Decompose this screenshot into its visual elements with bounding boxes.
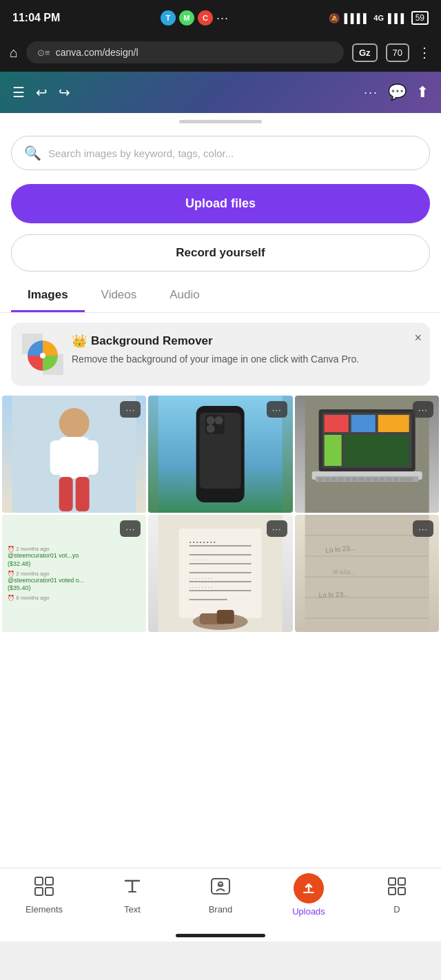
svg-text:Lo lo 23...: Lo lo 23... xyxy=(318,590,349,599)
app-icons: T M C ··· xyxy=(161,10,229,25)
image-cell-surface: Lo lo 23... al-a2a... Lo lo 23... ··· xyxy=(295,515,439,632)
svg-text:• • • • • • • •: • • • • • • • • xyxy=(189,539,216,545)
background-remover-banner: 👑 Background Remover Remove the backgrou… xyxy=(11,323,430,386)
nav-item-elements[interactable]: Elements xyxy=(0,876,88,915)
svg-rect-10 xyxy=(59,477,73,511)
share-icon[interactable]: ⬆ xyxy=(416,83,429,101)
tab-audio[interactable]: Audio xyxy=(153,278,216,312)
nav-more-dots[interactable]: ··· xyxy=(364,85,378,100)
search-bar[interactable]: 🔍 Search images by keyword, tags, color.… xyxy=(11,136,430,170)
telegram-icon: T xyxy=(161,10,176,25)
notif-item-1: @steemcurator01 vot...yo($32.48) xyxy=(8,552,141,568)
svg-rect-68 xyxy=(35,877,43,885)
text-icon xyxy=(122,876,143,901)
svg-rect-37 xyxy=(365,478,371,481)
home-icon[interactable]: ⌂ xyxy=(10,45,18,61)
search-section: 🔍 Search images by keyword, tags, color.… xyxy=(0,123,441,177)
upload-files-button[interactable]: Upload files xyxy=(11,184,430,223)
media-tabs: Images Videos Audio xyxy=(0,278,441,313)
search-placeholder: Search images by keyword, tags, color... xyxy=(48,147,234,159)
svg-rect-77 xyxy=(398,888,405,895)
image-options-button-3[interactable]: ··· xyxy=(413,401,433,418)
image-options-button-2[interactable]: ··· xyxy=(267,401,287,418)
svg-rect-34 xyxy=(345,478,350,481)
tab-images[interactable]: Images xyxy=(11,278,85,312)
image-cell-person: ··· xyxy=(2,396,146,513)
uploads-label: Uploads xyxy=(292,906,325,917)
svg-point-19 xyxy=(207,425,215,433)
svg-rect-25 xyxy=(378,415,409,432)
back-icon[interactable]: ↩ xyxy=(36,84,48,101)
svg-rect-24 xyxy=(351,415,375,432)
tab-videos[interactable]: Videos xyxy=(85,278,154,312)
more-label: D xyxy=(393,904,400,915)
image-cell-laptop: ··· xyxy=(295,396,439,513)
svg-rect-11 xyxy=(76,477,90,511)
more-icon xyxy=(387,876,407,901)
nav-left: ☰ ↩ ↪ xyxy=(12,84,70,101)
svg-point-4 xyxy=(40,353,45,358)
image-cell-notifications: ⏰ 2 months ago @steemcurator01 vot...yo(… xyxy=(2,515,146,632)
image-options-button-4[interactable]: ··· xyxy=(120,520,141,537)
bottom-nav: Elements Text Brand xyxy=(0,868,441,930)
svg-rect-69 xyxy=(45,877,53,885)
text-label: Text xyxy=(124,904,141,915)
nav-item-brand[interactable]: Brand xyxy=(176,876,265,915)
nav-item-more[interactable]: D xyxy=(353,876,441,915)
image-options-button-5[interactable]: ··· xyxy=(267,520,287,537)
nav-item-text[interactable]: Text xyxy=(88,876,176,915)
banner-close-button[interactable]: × xyxy=(414,331,422,345)
forward-icon[interactable]: ↪ xyxy=(59,84,70,101)
hamburger-icon[interactable]: ☰ xyxy=(12,84,25,101)
svg-rect-32 xyxy=(331,478,336,481)
record-yourself-button[interactable]: Record yourself xyxy=(11,234,430,272)
url-text: canva.com/design/l xyxy=(56,47,139,58)
svg-rect-30 xyxy=(317,478,322,481)
comment-icon[interactable]: 💬 xyxy=(388,83,407,101)
svg-point-17 xyxy=(207,416,215,425)
nav-bar: ☰ ↩ ↪ ··· 💬 ⬆ xyxy=(0,72,441,113)
status-dots: ··· xyxy=(216,11,229,25)
banner-ball-icon xyxy=(22,334,63,375)
battery-icon: 59 xyxy=(411,11,429,25)
banner-description: Remove the background of your image in o… xyxy=(72,353,402,367)
banner-section: 👑 Background Remover Remove the backgrou… xyxy=(0,313,441,396)
tabs-button[interactable]: 70 xyxy=(386,43,409,62)
svg-rect-40 xyxy=(386,478,391,481)
status-time: 11:04 PM xyxy=(12,12,60,24)
translate-button[interactable]: Gz xyxy=(352,43,378,62)
svg-rect-42 xyxy=(400,478,412,481)
record-section: Record yourself xyxy=(0,230,441,278)
brand-label: Brand xyxy=(209,904,233,915)
brand-icon xyxy=(210,876,231,901)
svg-point-6 xyxy=(59,408,90,438)
svg-point-18 xyxy=(215,416,223,425)
svg-rect-58 xyxy=(217,610,234,624)
signal-4g-icon: 4G xyxy=(373,14,384,22)
nav-item-uploads[interactable]: Uploads xyxy=(265,873,353,917)
uploads-icon xyxy=(294,873,324,904)
svg-rect-38 xyxy=(372,478,378,481)
chrome-icon: C xyxy=(198,10,213,25)
elements-icon xyxy=(34,876,54,901)
svg-rect-31 xyxy=(324,478,329,481)
svg-rect-74 xyxy=(389,878,396,885)
svg-rect-39 xyxy=(379,478,384,481)
status-bar: 11:04 PM T M C ··· 🔕 ▌▌▌▌ 4G ▌▌▌ 59 xyxy=(0,0,441,36)
image-cell-paper: • • • • • • • • · · · · · · · · · · · · … xyxy=(148,515,292,632)
browser-more-button[interactable]: ⋮ xyxy=(418,44,431,61)
drag-handle[interactable] xyxy=(179,120,262,123)
image-options-button-6[interactable]: ··· xyxy=(413,520,433,537)
drag-handle-container xyxy=(0,113,441,123)
svg-rect-8 xyxy=(50,440,64,475)
url-lock-icon: ⊙≡ xyxy=(37,48,50,58)
image-grid: ··· xyxy=(0,396,441,632)
svg-rect-36 xyxy=(358,478,364,481)
image-options-button-1[interactable]: ··· xyxy=(120,401,141,418)
svg-rect-9 xyxy=(85,440,99,475)
upload-section: Upload files xyxy=(0,177,441,230)
url-bar[interactable]: ⊙≡ canva.com/design/l xyxy=(26,41,344,63)
signal-icon-2: ▌▌▌ xyxy=(388,13,407,23)
nav-right: ··· 💬 ⬆ xyxy=(364,83,429,101)
svg-rect-70 xyxy=(35,888,43,895)
